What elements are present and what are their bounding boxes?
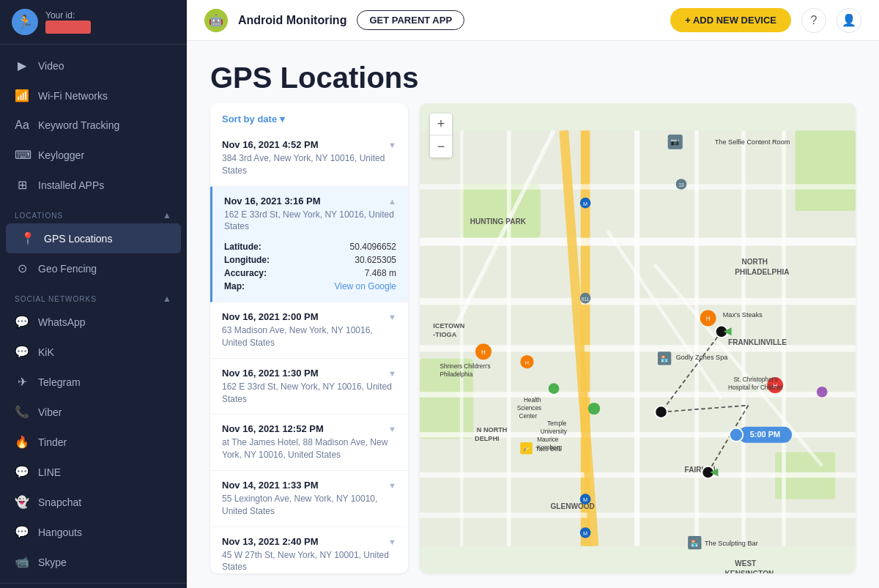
sidebar-item-keyword[interactable]: Aa Keyword Tracking bbox=[0, 111, 187, 140]
accuracy-label: Accuracy: bbox=[224, 268, 267, 278]
svg-text:🏪: 🏪 bbox=[691, 540, 699, 548]
gps-list-item[interactable]: Nov 16, 2021 3:16 PM ▲ 162 E 33rd St, Ne… bbox=[210, 187, 408, 303]
zoom-out-button[interactable]: − bbox=[430, 135, 452, 157]
svg-rect-20 bbox=[420, 513, 856, 518]
svg-text:FRANKLINVILLE: FRANKLINVILLE bbox=[728, 338, 787, 346]
sidebar-item-skype[interactable]: 📹 Skype bbox=[0, 547, 187, 577]
accuracy-value: 7.468 m bbox=[365, 268, 396, 278]
sidebar-item-label: Keylogger bbox=[38, 149, 84, 161]
help-button[interactable]: ? bbox=[801, 8, 826, 33]
sidebar-item-line[interactable]: 💬 LINE bbox=[0, 457, 187, 487]
help-icon: ? bbox=[811, 14, 817, 27]
svg-text:NORTH: NORTH bbox=[741, 258, 768, 266]
sidebar-item-label: Telegram bbox=[38, 376, 81, 388]
sidebar-item-hangouts[interactable]: 💬 Hangouts bbox=[0, 517, 187, 547]
gps-chevron-icon: ▲ bbox=[388, 197, 396, 206]
gps-list-item[interactable]: Nov 13, 2021 2:40 PM ▼ 45 W 27th St, New… bbox=[210, 527, 408, 573]
map-label: Map: bbox=[224, 281, 245, 291]
user-label: Your id: bbox=[45, 10, 91, 21]
gps-item-address: 384 3rd Ave, New York, NY 10016, United … bbox=[222, 152, 396, 177]
locations-section: LOCATIONS ▲ bbox=[0, 200, 187, 223]
gps-list: Nov 16, 2021 4:52 PM ▼ 384 3rd Ave, New … bbox=[210, 130, 408, 573]
sidebar-item-wifi[interactable]: 📶 Wi-Fi Networks bbox=[0, 81, 187, 111]
view-on-google-link[interactable]: View on Google bbox=[334, 281, 396, 291]
gps-detail-row: Latitude: 50.4096652 bbox=[224, 240, 396, 253]
svg-text:The Selfie Content Room: The Selfie Content Room bbox=[715, 138, 790, 146]
sidebar-item-telegram[interactable]: ✈ Telegram bbox=[0, 367, 187, 397]
keyword-icon: Aa bbox=[15, 119, 29, 132]
page-title: GPS Locations bbox=[210, 62, 856, 94]
map-zoom-controls: + − bbox=[430, 113, 452, 157]
sidebar-item-label: KiK bbox=[38, 346, 54, 358]
sidebar-item-video[interactable]: ▶ Video bbox=[0, 51, 187, 81]
sidebar-item-geofencing[interactable]: ⊙ Geo Fencing bbox=[0, 253, 187, 283]
svg-point-99 bbox=[730, 428, 743, 442]
gps-item-time: Nov 16, 2021 12:52 PM bbox=[222, 423, 324, 434]
svg-text:H: H bbox=[481, 349, 486, 356]
gps-item-time: Nov 16, 2021 4:52 PM bbox=[222, 139, 319, 150]
page-content: GPS Locations Sort by date ▾ Nov 16, 202… bbox=[187, 41, 879, 588]
svg-text:Shriners Children's: Shriners Children's bbox=[440, 363, 490, 370]
gps-chevron-icon: ▼ bbox=[388, 313, 396, 321]
sidebar-item-viber[interactable]: 📞 Viber bbox=[0, 397, 187, 427]
svg-rect-16 bbox=[420, 392, 856, 397]
gps-detail-row: Longitude: 30.625305 bbox=[224, 253, 396, 267]
sidebar-header: 🏃 Your id: ████ bbox=[0, 0, 187, 45]
gps-list-item[interactable]: Nov 14, 2021 1:33 PM ▼ 55 Lexington Ave,… bbox=[210, 471, 408, 527]
wifi-icon: 📶 bbox=[15, 89, 29, 103]
gps-item-time: Nov 13, 2021 2:40 PM bbox=[222, 536, 319, 547]
map-container[interactable]: HUNTING PARK NORTH PHILADELPHIA FRANKLIN… bbox=[420, 103, 856, 573]
svg-text:M: M bbox=[583, 530, 587, 537]
svg-text:ICETOWN: ICETOWN bbox=[433, 322, 464, 330]
telegram-icon: ✈ bbox=[15, 375, 29, 389]
gps-item-address: 55 Lexington Ave, New York, NY 10010, Un… bbox=[222, 493, 396, 518]
svg-text:Maurice: Maurice bbox=[537, 436, 559, 443]
sidebar-item-snapchat[interactable]: 👻 Snapchat bbox=[0, 487, 187, 517]
gps-detail-row: Accuracy: 7.468 m bbox=[224, 267, 396, 280]
svg-text:GLENWOOD: GLENWOOD bbox=[551, 502, 595, 510]
map-svg: HUNTING PARK NORTH PHILADELPHIA FRANKLIN… bbox=[420, 103, 856, 573]
gps-list-item[interactable]: Nov 16, 2021 1:30 PM ▼ 162 E 33rd St, Ne… bbox=[210, 359, 408, 415]
viber-icon: 📞 bbox=[15, 405, 29, 419]
svg-rect-18 bbox=[420, 472, 856, 477]
user-account-button[interactable]: 👤 bbox=[837, 8, 861, 33]
gps-item-address: 45 W 27th St, New York, NY 10001, United… bbox=[222, 549, 396, 573]
gps-list-item[interactable]: Nov 16, 2021 12:52 PM ▼ at The James Hot… bbox=[210, 414, 408, 471]
svg-point-94 bbox=[655, 406, 667, 417]
sidebar-item-whatsapp[interactable]: 💬 WhatsApp bbox=[0, 307, 187, 337]
svg-text:H: H bbox=[706, 316, 711, 322]
get-parent-app-button[interactable]: GET PARENT APP bbox=[357, 10, 464, 30]
sidebar-item-kik[interactable]: 💬 KiK bbox=[0, 337, 187, 367]
geofencing-icon: ⊙ bbox=[15, 261, 29, 275]
latitude-value: 50.4096652 bbox=[350, 242, 396, 252]
svg-text:The Sculpting Bar: The Sculpting Bar bbox=[705, 540, 758, 547]
whatsapp-icon: 💬 bbox=[15, 315, 29, 329]
gps-detail-row: Map: View on Google bbox=[224, 280, 396, 293]
gps-list-item[interactable]: Nov 16, 2021 4:52 PM ▼ 384 3rd Ave, New … bbox=[210, 130, 408, 187]
line-icon: 💬 bbox=[15, 465, 29, 479]
map-panel: HUNTING PARK NORTH PHILADELPHIA FRANKLIN… bbox=[420, 103, 856, 573]
zoom-in-button[interactable]: + bbox=[430, 113, 452, 135]
topbar: 🤖 Android Monitoring GET PARENT APP + AD… bbox=[187, 0, 879, 41]
sidebar-item-label: Skype bbox=[38, 557, 67, 568]
add-new-device-button[interactable]: + ADD NEW DEVICE bbox=[670, 8, 791, 32]
sidebar-nav: ▶ Video 📶 Wi-Fi Networks Aa Keyword Trac… bbox=[0, 45, 187, 583]
sidebar-item-gps[interactable]: 📍 GPS Locations bbox=[6, 223, 181, 253]
svg-text:611: 611 bbox=[582, 297, 590, 302]
gps-item-header: Nov 16, 2021 2:00 PM ▼ bbox=[222, 311, 396, 322]
gps-detail: Latitude: 50.4096652 Longitude: 30.62530… bbox=[224, 240, 396, 293]
tinder-icon: 🔥 bbox=[15, 435, 29, 449]
sidebar-item-label: Keyword Tracking bbox=[38, 119, 119, 131]
sort-bar[interactable]: Sort by date ▾ bbox=[210, 103, 408, 130]
gps-list-item[interactable]: Nov 16, 2021 2:00 PM ▼ 63 Madison Ave, N… bbox=[210, 302, 408, 359]
kik-icon: 💬 bbox=[15, 345, 29, 359]
svg-text:Taco Bell: Taco Bell bbox=[535, 446, 560, 453]
sidebar-item-installed-apps[interactable]: ⊞ Installed APPs bbox=[0, 170, 187, 200]
sidebar-item-tinder[interactable]: 🔥 Tinder bbox=[0, 427, 187, 457]
svg-point-61 bbox=[588, 403, 600, 414]
svg-text:Godly Zones Spa: Godly Zones Spa bbox=[676, 354, 729, 361]
svg-text:Philadelphia: Philadelphia bbox=[440, 371, 472, 378]
page-header: GPS Locations bbox=[187, 41, 879, 103]
svg-rect-2 bbox=[460, 184, 541, 237]
sidebar-item-keylogger[interactable]: ⌨ Keylogger bbox=[0, 140, 187, 170]
